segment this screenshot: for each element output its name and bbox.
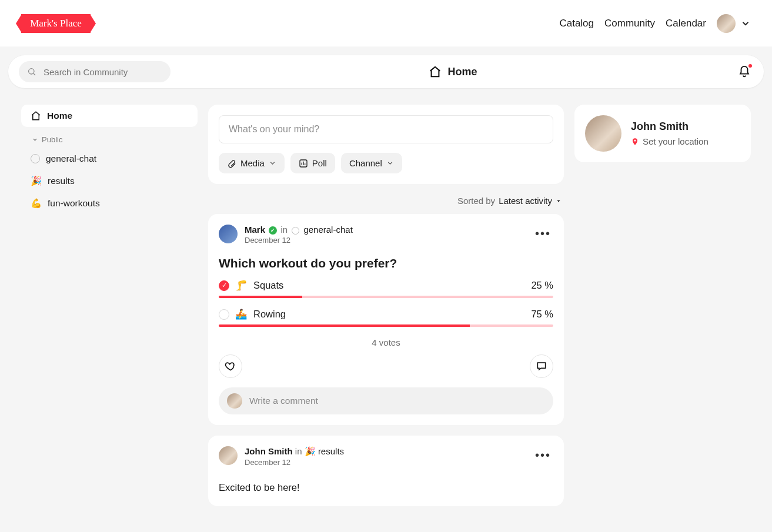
nav-link-catalog[interactable]: Catalog	[559, 18, 594, 29]
option-label: Squats	[253, 280, 283, 291]
sidebar-item-label: fun-workouts	[48, 198, 100, 209]
post-body: Excited to be here!	[219, 482, 553, 493]
community-subnav: Home	[8, 55, 764, 88]
sort-control[interactable]: Sorted by Latest activity	[208, 184, 564, 214]
notifications-button[interactable]	[736, 63, 753, 81]
option-emoji: 🦵	[235, 280, 248, 291]
comment-input[interactable]: Write a comment	[219, 387, 553, 414]
chevron-down-icon	[32, 136, 38, 143]
pin-icon	[631, 138, 639, 146]
muscle-icon: 💪	[31, 198, 42, 209]
nav-right: Catalog Community Calendar	[559, 14, 751, 33]
sidebar-item-general-chat[interactable]: general-chat	[21, 148, 198, 170]
composer-media-button[interactable]: Media	[219, 153, 285, 173]
svg-point-0	[29, 69, 34, 74]
post-channel[interactable]: results	[318, 446, 344, 456]
avatar[interactable]	[219, 446, 238, 465]
poll-option[interactable]: ✓ 🦵 Squats 25 %	[219, 280, 553, 298]
profile-name: John Smith	[631, 121, 708, 133]
sidebar-item-label: general-chat	[46, 153, 96, 164]
right-column: John Smith Set your location	[574, 105, 751, 162]
nav-link-community[interactable]: Community	[604, 18, 655, 29]
post-date: December 12	[245, 458, 344, 467]
option-emoji: 🚣	[235, 309, 248, 320]
post-channel[interactable]: general-chat	[303, 225, 352, 235]
avatar[interactable]	[219, 225, 238, 243]
sidebar-item-home[interactable]: Home	[21, 105, 198, 127]
post-date: December 12	[245, 236, 353, 245]
option-pct: 75 %	[531, 309, 553, 320]
chevron-down-icon	[386, 159, 394, 167]
search-input-wrap[interactable]	[19, 61, 171, 82]
heart-icon	[225, 360, 236, 372]
avatar	[227, 393, 242, 409]
poll-progress	[219, 324, 553, 327]
composer-input[interactable]: What's on your mind?	[219, 115, 553, 143]
poll-option[interactable]: 🚣 Rowing 75 %	[219, 309, 553, 327]
sidebar-item-label: results	[48, 176, 75, 186]
post: John Smith in 🎉 results December 12 ••• …	[208, 436, 564, 506]
sidebar-item-label: Home	[47, 111, 72, 121]
sidebar: Home Public general-chat 🎉 results 💪 fun…	[21, 105, 198, 215]
attachment-icon	[227, 159, 236, 168]
brand-name: Mark's Place	[30, 18, 82, 28]
home-icon	[31, 111, 41, 121]
like-button[interactable]	[219, 354, 242, 378]
top-nav: Mark's Place Catalog Community Calendar	[0, 0, 772, 47]
caret-down-icon	[556, 198, 562, 204]
set-location-button[interactable]: Set your location	[631, 136, 708, 146]
chat-icon	[31, 154, 40, 163]
profile-card: John Smith Set your location	[574, 105, 751, 162]
radio-checked-icon: ✓	[219, 280, 229, 291]
post-meta: John Smith in 🎉 results	[245, 446, 344, 457]
nav-link-calendar[interactable]: Calendar	[666, 18, 706, 29]
brand-logo[interactable]: Mark's Place	[21, 14, 91, 33]
poll-question: Which workout do you prefer?	[219, 256, 553, 270]
poll-vote-count: 4 votes	[219, 337, 553, 347]
poll-icon	[299, 159, 308, 168]
post: Mark ✓ in general-chat December 12 ••• W…	[208, 214, 564, 425]
radio-icon	[219, 309, 229, 320]
option-pct: 25 %	[531, 280, 553, 291]
home-icon	[429, 65, 442, 78]
sidebar-item-results[interactable]: 🎉 results	[21, 170, 198, 192]
comment-icon	[536, 360, 547, 372]
avatar	[717, 14, 736, 33]
post-meta: Mark ✓ in general-chat	[245, 225, 353, 235]
results-icon: 🎉	[31, 176, 42, 186]
feed: What's on your mind? Media Poll Channel	[208, 105, 564, 517]
page-title: Home	[179, 65, 727, 78]
avatar[interactable]	[585, 115, 621, 152]
user-menu[interactable]	[717, 14, 751, 33]
composer-channel-button[interactable]: Channel	[341, 153, 402, 173]
composer-poll-button[interactable]: Poll	[290, 153, 335, 173]
post-menu-button[interactable]: •••	[533, 446, 553, 464]
results-icon: 🎉	[305, 446, 316, 456]
sidebar-group-public[interactable]: Public	[21, 127, 198, 148]
chevron-down-icon	[269, 159, 276, 167]
post-menu-button[interactable]: •••	[533, 225, 553, 243]
sidebar-item-fun-workouts[interactable]: 💪 fun-workouts	[21, 192, 198, 215]
chevron-down-icon	[740, 18, 751, 29]
comment-button[interactable]	[530, 354, 553, 378]
svg-line-1	[34, 73, 35, 75]
composer: What's on your mind? Media Poll Channel	[208, 105, 564, 184]
verified-icon: ✓	[269, 226, 277, 235]
option-label: Rowing	[253, 309, 286, 320]
search-input[interactable]	[42, 66, 162, 78]
search-icon	[27, 66, 36, 77]
poll-progress	[219, 296, 553, 298]
chat-icon	[292, 227, 299, 235]
notification-dot	[747, 63, 753, 69]
